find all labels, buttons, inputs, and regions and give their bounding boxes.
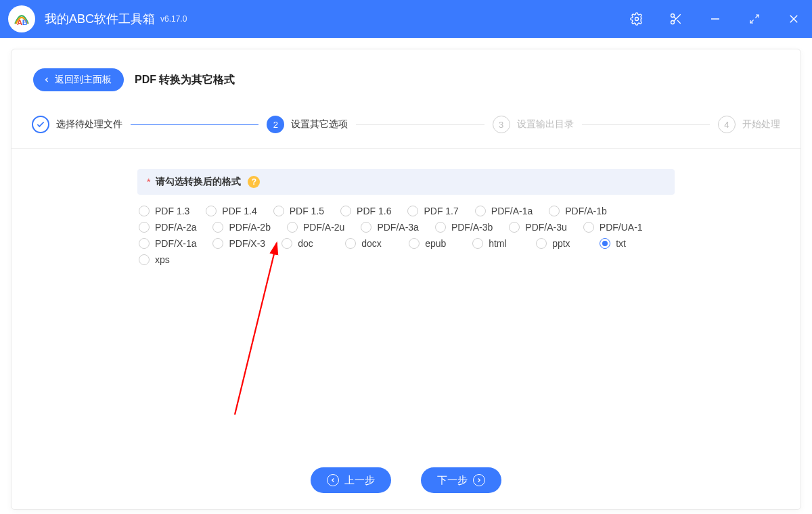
format-radio-pdf-a-2b[interactable]: PDF/A-2b: [212, 222, 270, 233]
step-connector: [582, 124, 710, 125]
radio-icon: [407, 206, 418, 216]
format-label: pptx: [552, 238, 570, 249]
format-section: * 请勾选转换后的格式 ? PDF 1.3PDF 1.4PDF 1.5PDF 1…: [137, 169, 675, 265]
step-connector: [131, 124, 258, 125]
radio-icon: [435, 222, 446, 233]
step-1: 选择待处理文件: [32, 116, 122, 133]
format-radio-pdf-1-3[interactable]: PDF 1.3: [139, 206, 189, 216]
radio-icon: [600, 238, 610, 249]
format-radio-doc[interactable]: doc: [281, 238, 329, 249]
check-icon: [32, 116, 49, 133]
format-radio-pdf-ua-1[interactable]: PDF/UA-1: [583, 222, 643, 233]
step-2: 2 设置其它选项: [267, 116, 348, 133]
format-radio-html[interactable]: html: [472, 238, 520, 249]
maximize-icon[interactable]: [744, 9, 765, 29]
radio-icon: [345, 238, 356, 249]
format-label: PDF 1.6: [357, 206, 391, 216]
radio-icon: [206, 206, 217, 216]
prev-button[interactable]: 上一步: [311, 467, 391, 493]
step-connector: [356, 124, 484, 125]
format-radio-pdf-a-2u[interactable]: PDF/A-2u: [287, 222, 344, 233]
format-radio-pdf-x-3[interactable]: PDF/X-3: [212, 238, 265, 249]
format-label: PDF/A-2a: [155, 222, 196, 233]
radio-icon: [361, 222, 371, 233]
svg-line-10: [750, 20, 754, 23]
step-label: 选择待处理文件: [56, 118, 122, 131]
svg-line-7: [674, 17, 676, 19]
chevron-left-icon: [43, 76, 51, 84]
format-label: xps: [155, 254, 170, 265]
format-radio-pdf-1-6[interactable]: PDF 1.6: [340, 206, 391, 216]
radio-icon: [139, 206, 150, 216]
radio-icon: [409, 238, 420, 249]
format-label: PDF 1.4: [222, 206, 256, 216]
radio-icon: [583, 222, 594, 233]
format-radio-pptx[interactable]: pptx: [536, 238, 583, 249]
svg-line-6: [677, 20, 681, 24]
format-label: PDF/A-2b: [229, 222, 270, 233]
title-actions: [627, 9, 804, 29]
format-label: PDF 1.5: [290, 206, 324, 216]
main-card: 返回到主面板 PDF 转换为其它格式 选择待处理文件 2 设置其它选项 3 设置…: [11, 49, 801, 510]
svg-point-3: [671, 14, 675, 18]
page-title: PDF 转换为其它格式: [135, 73, 235, 87]
format-radio-pdf-a-3a[interactable]: PDF/A-3a: [361, 222, 418, 233]
format-label: docx: [361, 238, 382, 249]
section-header: * 请勾选转换后的格式 ?: [137, 169, 675, 195]
step-number: 2: [267, 116, 284, 133]
radio-icon: [281, 238, 292, 249]
format-radio-pdf-a-3b[interactable]: PDF/A-3b: [435, 222, 493, 233]
format-radio-pdf-a-1a[interactable]: PDF/A-1a: [475, 206, 533, 216]
minimize-icon[interactable]: [705, 9, 725, 29]
step-3: 3 设置输出目录: [493, 116, 574, 133]
prev-button-label: 上一步: [344, 474, 375, 487]
app-version: v6.17.0: [160, 14, 187, 24]
back-button-label: 返回到主面板: [55, 74, 112, 86]
step-label: 设置输出目录: [517, 118, 574, 131]
format-label: PDF/A-2u: [303, 222, 344, 233]
format-label: PDF/X-1a: [155, 238, 196, 249]
format-label: PDF/X-3: [229, 238, 265, 249]
radio-icon: [139, 254, 150, 265]
format-radio-pdf-1-5[interactable]: PDF 1.5: [273, 206, 324, 216]
format-radio-txt[interactable]: txt: [600, 238, 647, 249]
step-label: 设置其它选项: [291, 118, 348, 131]
format-radio-xps[interactable]: xps: [139, 254, 186, 265]
radio-icon: [549, 206, 560, 216]
help-icon[interactable]: ?: [248, 176, 260, 188]
format-radio-pdf-x-1a[interactable]: PDF/X-1a: [139, 238, 196, 249]
radio-icon: [287, 222, 298, 233]
close-icon[interactable]: [784, 9, 804, 29]
format-label: PDF/UA-1: [600, 222, 643, 233]
svg-point-2: [635, 18, 639, 21]
card-header: 返回到主面板 PDF 转换为其它格式: [12, 68, 800, 91]
format-radio-docx[interactable]: docx: [345, 238, 392, 249]
format-radio-epub[interactable]: epub: [409, 238, 456, 249]
svg-text:B: B: [22, 18, 28, 26]
format-radio-pdf-a-2a[interactable]: PDF/A-2a: [139, 222, 196, 233]
svg-line-9: [755, 15, 759, 18]
radio-icon: [212, 222, 223, 233]
radio-icon: [340, 206, 351, 216]
format-label: PDF/A-3b: [451, 222, 493, 233]
step-number: 3: [493, 116, 510, 133]
section-title: 请勾选转换后的格式: [156, 176, 241, 188]
scissors-icon[interactable]: [666, 9, 686, 29]
radio-icon: [139, 238, 150, 249]
next-button[interactable]: 下一步: [421, 467, 501, 493]
format-radio-pdf-a-1b[interactable]: PDF/A-1b: [549, 206, 606, 216]
radio-icon: [509, 222, 520, 233]
settings-icon[interactable]: [627, 9, 647, 29]
chevron-right-icon: [473, 474, 485, 486]
radio-icon: [139, 222, 150, 233]
format-radio-group: PDF 1.3PDF 1.4PDF 1.5PDF 1.6PDF 1.7PDF/A…: [137, 206, 675, 265]
svg-text:A: A: [17, 18, 22, 26]
format-radio-pdf-1-4[interactable]: PDF 1.4: [206, 206, 256, 216]
format-label: PDF 1.3: [155, 206, 189, 216]
back-button[interactable]: 返回到主面板: [33, 68, 124, 91]
svg-line-13: [235, 243, 277, 415]
format-radio-pdf-1-7[interactable]: PDF 1.7: [407, 206, 458, 216]
app-title: 我的ABC软件工具箱: [45, 11, 155, 27]
format-radio-pdf-a-3u[interactable]: PDF/A-3u: [509, 222, 566, 233]
radio-icon: [212, 238, 223, 249]
